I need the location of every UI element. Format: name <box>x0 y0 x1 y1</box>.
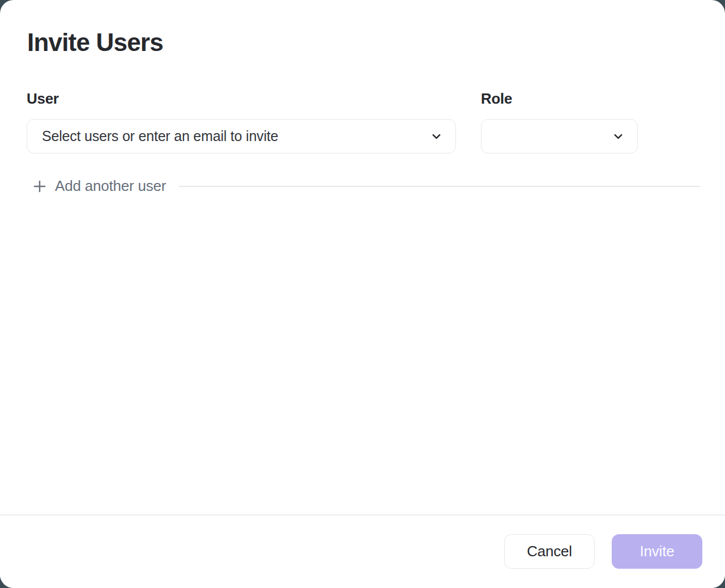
chevron-down-icon <box>612 130 625 143</box>
dialog-content: Invite Users User Select users or enter … <box>0 0 725 195</box>
invite-button[interactable]: Invite <box>612 534 702 569</box>
user-field: User Select users or enter an email to i… <box>27 91 456 154</box>
chevron-down-icon <box>430 130 443 143</box>
user-select[interactable]: Select users or enter an email to invite <box>27 119 456 154</box>
add-another-user-label: Add another user <box>55 177 166 195</box>
add-another-user-row: Add another user <box>27 177 700 195</box>
plus-icon <box>32 178 48 194</box>
invite-form-row: User Select users or enter an email to i… <box>27 91 700 154</box>
user-select-placeholder: Select users or enter an email to invite <box>42 128 278 144</box>
dialog-title: Invite Users <box>27 28 700 57</box>
dialog-footer: Cancel Invite <box>0 514 725 588</box>
role-select[interactable] <box>481 119 638 154</box>
divider-line <box>179 186 700 187</box>
role-field-label: Role <box>481 91 638 106</box>
invite-users-dialog: Invite Users User Select users or enter … <box>0 0 725 588</box>
cancel-button[interactable]: Cancel <box>504 534 595 569</box>
role-field: Role <box>481 91 638 154</box>
add-another-user-button[interactable]: Add another user <box>27 177 166 195</box>
user-field-label: User <box>27 91 456 106</box>
